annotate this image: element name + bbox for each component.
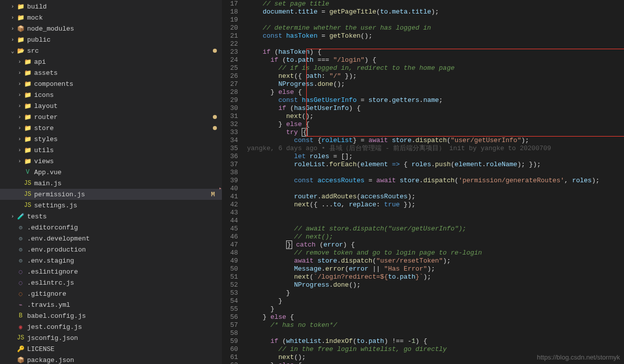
code-line[interactable]: if (whiteList.indexOf(to.path) !== -1) { xyxy=(247,337,624,345)
tree-item-build[interactable]: ›📁build xyxy=(0,1,222,12)
tree-item-jest-config-js[interactable]: ›◉jest.config.js xyxy=(0,321,222,332)
code-line[interactable]: const accessRoutes = await store.dispatc… xyxy=(247,177,624,185)
chevron-icon: › xyxy=(9,213,16,219)
code-line[interactable]: // in the free login whitelist, go direc… xyxy=(247,345,624,353)
tree-item--eslintrc-js[interactable]: ›◌.eslintrc.js xyxy=(0,277,222,288)
code-line[interactable]: // set page title xyxy=(247,0,624,8)
code-line[interactable]: NProgress.done(); xyxy=(247,281,624,289)
code-line[interactable]: } else { xyxy=(247,313,624,321)
tree-item--editorconfig[interactable]: ›⚙.editorconfig xyxy=(0,222,222,233)
code-line[interactable]: next({ ...to, replace: true }); xyxy=(247,201,624,209)
code-line[interactable]: NProgress.done(); xyxy=(247,80,624,88)
tree-item-views[interactable]: ›📁views xyxy=(0,156,222,167)
code-line[interactable]: await store.dispatch("user/resetToken"); xyxy=(247,257,624,265)
code-line[interactable] xyxy=(247,185,624,193)
code-area[interactable]: // set page title document.title = getPa… xyxy=(247,0,624,364)
tree-item-utils[interactable]: ›📁utils xyxy=(0,145,222,156)
line-number: 40▸ xyxy=(222,185,238,193)
file-icon: JS xyxy=(23,191,32,198)
tree-item-icons[interactable]: ›📁icons xyxy=(0,89,222,100)
line-number: 19 xyxy=(222,16,238,24)
code-line[interactable]: } else { xyxy=(247,88,624,96)
tree-item-components[interactable]: ›📁components xyxy=(0,78,222,89)
code-line[interactable]: /* has no token*/ xyxy=(247,321,624,329)
code-line[interactable]: } xyxy=(247,297,624,305)
code-line[interactable]: const {roleList} = await store.dispatch(… xyxy=(247,137,624,145)
code-line[interactable]: router.addRoutes(accessRoutes); xyxy=(247,193,624,201)
tree-item-public[interactable]: ›📁public xyxy=(0,34,222,45)
tree-item--env-staging[interactable]: ›⚙.env.staging xyxy=(0,255,222,266)
line-number: 33 xyxy=(222,129,238,137)
code-line[interactable]: if (hasToken) { xyxy=(247,48,624,56)
line-number: 26 xyxy=(222,72,238,80)
file-icon: 🧪 xyxy=(16,213,25,220)
tree-item-layout[interactable]: ›📁layout xyxy=(0,100,222,111)
tree-item-license[interactable]: ›🔑LICENSE xyxy=(0,343,222,354)
tree-label: api xyxy=(34,58,222,66)
tree-item--eslintignore[interactable]: ›◌.eslintignore xyxy=(0,266,222,277)
tree-item-store[interactable]: ›📁store xyxy=(0,123,222,134)
code-line[interactable]: } else { xyxy=(247,361,624,364)
file-icon: B xyxy=(16,312,25,319)
code-line[interactable]: roleList.forEach(element => { roles.push… xyxy=(247,161,624,169)
tree-item-tests[interactable]: ›🧪tests xyxy=(0,211,222,222)
code-line[interactable]: // if is logged in, redirect to the home… xyxy=(247,64,624,72)
tree-item-src[interactable]: ⌄📂src xyxy=(0,45,222,56)
code-line[interactable]: } catch (error) { xyxy=(247,241,624,249)
file-icon: 📁 xyxy=(23,125,32,132)
tree-item-node-modules[interactable]: ›📦node_modules xyxy=(0,23,222,34)
code-line[interactable] xyxy=(247,169,624,177)
code-line[interactable]: // await store.dispatch("user/getUserInf… xyxy=(247,225,624,233)
code-line[interactable]: } xyxy=(247,289,624,297)
tree-item-app-vue[interactable]: ›VApp.vue xyxy=(0,167,222,178)
code-line[interactable]: if (to.path === "/login") { xyxy=(247,56,624,64)
code-line[interactable]: // determine whether the user has logged… xyxy=(247,24,624,32)
code-line[interactable] xyxy=(247,16,624,24)
code-line[interactable] xyxy=(247,329,624,337)
tree-item-mock[interactable]: ›📁mock xyxy=(0,12,222,23)
code-line[interactable]: } xyxy=(247,305,624,313)
code-line[interactable]: const hasGetUserInfo = store.getters.nam… xyxy=(247,96,624,104)
tree-label: src xyxy=(27,47,213,55)
code-line[interactable]: yangke, 6 days ago • 县域（后台管理端 - 前后端分离项目）… xyxy=(247,145,624,153)
code-line[interactable]: if (hasGetUserInfo) { xyxy=(247,104,624,112)
code-line[interactable]: next({ path: "/" }); xyxy=(247,72,624,80)
tree-item-settings-js[interactable]: ›JSsettings.js xyxy=(0,200,222,211)
tree-item--gitignore[interactable]: ›◌.gitignore xyxy=(0,288,222,299)
tree-item-package-json[interactable]: ›📦package.json xyxy=(0,354,222,364)
tree-label: build xyxy=(27,3,222,11)
code-editor[interactable]: 1718192021222324252627282930313233343536… xyxy=(222,0,624,364)
code-line[interactable]: Message.error(error || "Has Error"); xyxy=(247,265,624,273)
line-number: 59 xyxy=(222,337,238,345)
tree-label: .editorconfig xyxy=(27,224,222,231)
code-line[interactable]: try { xyxy=(247,129,624,137)
tree-item-api[interactable]: ›📁api xyxy=(0,56,222,67)
file-explorer[interactable]: ›📁build›📁mock›📦node_modules›📁public⌄📂src… xyxy=(0,0,222,364)
tree-item-router[interactable]: ›📁router xyxy=(0,111,222,123)
code-line[interactable]: let roles = []; xyxy=(247,153,624,161)
code-line[interactable]: } else { xyxy=(247,120,624,129)
tree-item--travis-yml[interactable]: ›⌁.travis.yml xyxy=(0,299,222,310)
code-line[interactable]: next(); xyxy=(247,112,624,120)
tree-item-assets[interactable]: ›📁assets xyxy=(0,67,222,78)
code-line[interactable] xyxy=(247,217,624,225)
tree-item-babel-config-js[interactable]: ›Bbabel.config.js xyxy=(0,310,222,321)
code-line[interactable]: // next(); xyxy=(247,233,624,241)
chevron-icon: › xyxy=(9,26,16,32)
tree-item-permission-js[interactable]: ›JSpermission.jsM xyxy=(0,189,222,200)
tree-label: styles xyxy=(34,136,222,143)
file-icon: ⚙ xyxy=(16,235,25,242)
code-line[interactable]: // remove token and go to login page to … xyxy=(247,249,624,257)
code-line[interactable]: document.title = getPageTitle(to.meta.ti… xyxy=(247,8,624,16)
tree-label: permission.js xyxy=(34,191,211,198)
code-line[interactable]: const hasToken = getToken(); xyxy=(247,32,624,40)
tree-item-jsconfig-json[interactable]: ›JSjsconfig.json xyxy=(0,332,222,343)
tree-item-styles[interactable]: ›📁styles xyxy=(0,134,222,145)
code-line[interactable]: next(`/login?redirect=${to.path}`); xyxy=(247,273,624,281)
tree-item-main-js[interactable]: ›JSmain.js xyxy=(0,178,222,189)
code-line[interactable] xyxy=(247,209,624,217)
line-number: 20 xyxy=(222,24,238,32)
code-line[interactable] xyxy=(247,40,624,48)
tree-item--env-development[interactable]: ›⚙.env.development xyxy=(0,233,222,244)
tree-item--env-production[interactable]: ›⚙.env.production xyxy=(0,244,222,255)
